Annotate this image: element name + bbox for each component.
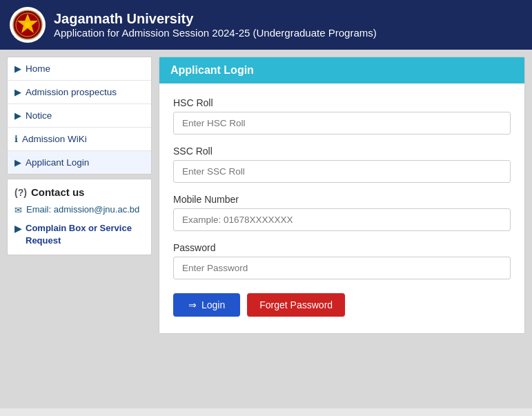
sidebar: ▶ Home ▶ Admission prospectus ▶ Notice ℹ… (7, 57, 152, 255)
envelope-icon: ✉ (14, 204, 22, 217)
home-arrow-icon: ▶ (14, 63, 21, 74)
panel-header-title: Applicant Login (170, 64, 254, 76)
app-header: Jagannath University Application for Adm… (0, 0, 532, 50)
password-input[interactable] (173, 257, 511, 279)
panel-body: HSC Roll SSC Roll Mobile Number Password… (159, 83, 524, 333)
forget-password-button[interactable]: Forget Password (247, 293, 345, 317)
hsc-roll-label: HSC Roll (173, 97, 511, 108)
hsc-roll-input[interactable] (173, 112, 511, 135)
university-logo (10, 7, 46, 43)
contact-email-row[interactable]: ✉ Email: admission@jnu.ac.bd (14, 204, 144, 217)
contact-question-icon: (?) (14, 187, 27, 198)
login-button[interactable]: ⇒ Login (173, 293, 240, 317)
panel-header: Applicant Login (159, 57, 524, 83)
university-name: Jagannath University (54, 11, 377, 27)
university-subtitle: Application for Admission Session 2024-2… (54, 27, 377, 39)
password-label: Password (173, 242, 511, 253)
ssc-roll-input[interactable] (173, 160, 511, 183)
university-name-block: Jagannath University Application for Adm… (54, 11, 377, 39)
mobile-group: Mobile Number (173, 194, 511, 231)
sidebar-item-admission-wiki[interactable]: ℹ Admission WiKi (8, 128, 151, 151)
mobile-input[interactable] (173, 208, 511, 231)
login-icon: ⇒ (188, 299, 197, 310)
main-layout: ▶ Home ▶ Admission prospectus ▶ Notice ℹ… (0, 50, 532, 408)
contact-complain-label: Complain Box or Service Request (26, 222, 144, 247)
contact-complain-row[interactable]: ▶ Complain Box or Service Request (14, 222, 144, 247)
ssc-roll-label: SSC Roll (173, 146, 511, 157)
complain-arrow-icon: ▶ (14, 223, 21, 235)
contact-header: (?) Contact us (14, 186, 144, 198)
forget-password-label: Forget Password (259, 299, 333, 310)
sidebar-item-notice-label: Notice (26, 110, 52, 121)
sidebar-item-applicant-login[interactable]: ▶ Applicant Login (8, 151, 151, 174)
button-row: ⇒ Login Forget Password (173, 293, 511, 317)
contact-header-label: Contact us (31, 186, 85, 198)
notice-arrow-icon: ▶ (14, 110, 21, 121)
sidebar-item-notice[interactable]: ▶ Notice (8, 104, 151, 128)
contact-us-panel: (?) Contact us ✉ Email: admission@jnu.ac… (7, 179, 152, 255)
sidebar-item-admission-prospectus-label: Admission prospectus (26, 87, 117, 97)
mobile-label: Mobile Number (173, 194, 511, 205)
sidebar-item-home-label: Home (26, 63, 50, 74)
sidebar-item-home[interactable]: ▶ Home (8, 57, 151, 81)
sidebar-item-wiki-label: Admission WiKi (22, 134, 87, 144)
svg-point-3 (25, 22, 30, 28)
ssc-roll-group: SSC Roll (173, 146, 511, 183)
login-button-label: Login (201, 299, 225, 310)
sidebar-nav: ▶ Home ▶ Admission prospectus ▶ Notice ℹ… (7, 57, 152, 175)
sidebar-item-admission-prospectus[interactable]: ▶ Admission prospectus (8, 81, 151, 104)
wiki-info-icon: ℹ (14, 134, 18, 144)
contact-email-label: Email: admission@jnu.ac.bd (26, 204, 139, 216)
password-group: Password (173, 242, 511, 279)
login-arrow-icon: ▶ (14, 157, 21, 168)
sidebar-item-login-label: Applicant Login (26, 157, 89, 168)
hsc-roll-group: HSC Roll (173, 97, 511, 135)
admission-prospectus-arrow-icon: ▶ (14, 87, 21, 97)
main-content-panel: Applicant Login HSC Roll SSC Roll Mobile… (159, 57, 525, 334)
